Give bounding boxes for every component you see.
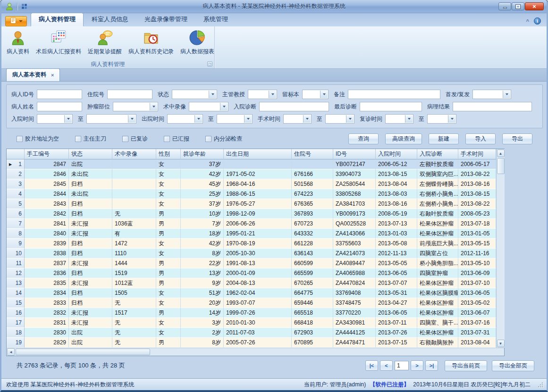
- scroll-up-icon[interactable]: ▲: [497, 150, 505, 157]
- grid-header-cell-2[interactable]: 状态: [69, 149, 112, 159]
- next-page-button[interactable]: >: [411, 360, 423, 371]
- dropdown-arrow-icon[interactable]: [503, 91, 510, 98]
- dropdown-arrow-icon[interactable]: [220, 103, 228, 110]
- checkbox-0[interactable]: 胶片地址为空: [17, 135, 59, 143]
- ribbon-button-3[interactable]: 病人资料历史记录: [125, 28, 177, 60]
- filter-combobox[interactable]: [167, 114, 203, 124]
- filter-combobox[interactable]: [283, 114, 312, 124]
- checkbox-icon[interactable]: [205, 136, 211, 142]
- grid-header-cell-0[interactable]: [7, 149, 25, 159]
- action-button-1[interactable]: 高级查询: [385, 133, 422, 144]
- ribbon-tab-2[interactable]: 光盘录像带管理: [136, 13, 195, 26]
- table-row[interactable]: 152833归档无女20岁1993-07-0765944633748475201…: [7, 298, 496, 308]
- software-registered-link[interactable]: 【软件已注册】: [370, 381, 409, 389]
- group-expand-icon[interactable]: ◳: [207, 61, 212, 67]
- dropdown-arrow-icon[interactable]: [244, 115, 252, 123]
- scroll-down-icon[interactable]: ▼: [497, 340, 505, 347]
- scroll-left-icon[interactable]: ◄: [7, 348, 15, 356]
- filter-combobox[interactable]: [86, 114, 136, 124]
- grid-header-cell-1[interactable]: 手工编号: [25, 149, 69, 159]
- table-row[interactable]: 82840未汇报有男18岁1995-01-21643332ZA414306620…: [7, 229, 496, 239]
- last-page-button[interactable]: >|: [425, 360, 438, 371]
- checkbox-icon[interactable]: [17, 136, 23, 142]
- filter-combobox[interactable]: [37, 114, 73, 124]
- grid-header-cell-5[interactable]: 就诊年龄: [181, 149, 224, 159]
- action-button-0[interactable]: 查询: [348, 133, 379, 144]
- ribbon-tab-1[interactable]: 科室人员信息: [84, 13, 136, 26]
- dropdown-arrow-icon[interactable]: [303, 115, 311, 123]
- page-number-input[interactable]: [395, 361, 409, 370]
- table-row[interactable]: ▶12847出院女37岁YB00721472006-05-12左额叶胶质瘤200…: [7, 159, 496, 169]
- close-button[interactable]: ×: [525, 2, 544, 10]
- grid-header-cell-10[interactable]: 入院诊断: [417, 149, 458, 159]
- dropdown-arrow-icon[interactable]: [448, 115, 455, 123]
- export-all-pages-button[interactable]: 导出全部页: [492, 360, 534, 371]
- filter-input[interactable]: [348, 90, 440, 99]
- grid-header-cell-7[interactable]: 住院号: [292, 149, 333, 159]
- grid-header-cell-11[interactable]: 手术时间: [458, 149, 496, 159]
- prev-page-button[interactable]: <: [380, 360, 393, 371]
- ribbon-button-0[interactable]: 病人资料: [3, 28, 33, 60]
- grid-header-cell-4[interactable]: 性别: [156, 149, 181, 159]
- filter-input[interactable]: [37, 90, 82, 99]
- dropdown-arrow-icon[interactable]: [128, 115, 135, 123]
- table-row[interactable]: 72841未汇报1036蓝男7岁2006-06-26670723QA002552…: [7, 219, 496, 229]
- resize-grip[interactable]: [537, 382, 543, 387]
- first-page-button[interactable]: |<: [365, 360, 378, 371]
- horizontal-scrollbar[interactable]: ◄: [7, 348, 504, 356]
- ribbon-button-1[interactable]: 术后病人汇报资料: [33, 28, 84, 60]
- table-row[interactable]: 112837未汇报1444男22岁1991-08-13660599ZA40894…: [7, 259, 496, 268]
- table-row[interactable]: 182830出院无女2岁2011-07-03672903ZA4444125201…: [7, 328, 496, 338]
- vertical-scroll-thumb[interactable]: [497, 158, 505, 174]
- dropdown-arrow-icon[interactable]: [64, 115, 72, 123]
- filter-input[interactable]: [360, 102, 422, 111]
- ribbon-button-2[interactable]: 近期复诊提醒: [84, 28, 125, 60]
- grid-header-cell-3[interactable]: 术中录像: [112, 149, 156, 159]
- filter-input[interactable]: [453, 102, 532, 111]
- vertical-scrollbar[interactable]: ▲ ▼: [496, 149, 505, 348]
- table-row[interactable]: 192829出院无男8岁2005-07-26670895ZA4478471201…: [7, 338, 496, 348]
- filter-combobox[interactable]: [113, 102, 158, 111]
- dropdown-arrow-icon[interactable]: [209, 91, 216, 98]
- table-row[interactable]: 172831未汇报无女3岁2010-01-30668418ZA343098120…: [7, 318, 496, 328]
- filter-combobox[interactable]: [302, 90, 329, 99]
- collapse-ribbon-icon[interactable]: ^: [526, 18, 529, 24]
- doc-tab-patient-basic-info[interactable]: 病人基本资料 ×: [6, 68, 60, 81]
- dropdown-arrow-icon[interactable]: [269, 91, 276, 98]
- checkbox-1[interactable]: 主任主刀: [75, 135, 106, 143]
- ribbon-tab-3[interactable]: 系统管理: [195, 13, 236, 26]
- export-current-page-button[interactable]: 导出当前页: [445, 360, 487, 371]
- grid-header-cell-9[interactable]: 入院时间: [376, 149, 417, 159]
- horizontal-scroll-thumb[interactable]: [16, 349, 150, 355]
- table-row[interactable]: 142834归档1505女51岁1962-02-0466477533769408…: [7, 288, 496, 298]
- checkbox-icon[interactable]: [164, 136, 170, 142]
- filter-input[interactable]: [259, 102, 329, 111]
- close-tab-icon[interactable]: ×: [51, 72, 54, 78]
- checkbox-3[interactable]: 已汇报: [164, 135, 189, 143]
- app-logo-icon[interactable]: [5, 2, 14, 11]
- filter-combobox[interactable]: [385, 114, 413, 124]
- filter-combobox[interactable]: [217, 114, 253, 124]
- action-button-2[interactable]: 新建: [429, 133, 459, 144]
- dropdown-arrow-icon[interactable]: [405, 115, 413, 123]
- filter-combobox[interactable]: [472, 90, 511, 99]
- checkbox-4[interactable]: 内分泌检查: [205, 135, 242, 143]
- table-row[interactable]: 122836归档1519男13岁2000-01-09665599ZA406598…: [7, 268, 496, 278]
- action-button-3[interactable]: 导入: [465, 133, 496, 144]
- dropdown-arrow-icon[interactable]: [346, 115, 354, 123]
- table-row[interactable]: 32845归档女45岁1968-04-16501568ZA25805442013…: [7, 179, 496, 189]
- filter-combobox[interactable]: [189, 102, 228, 111]
- filter-input[interactable]: [107, 90, 152, 99]
- filter-combobox[interactable]: [427, 114, 456, 124]
- table-row[interactable]: 52843归档女37岁1976-05-27676365ZA38417032013…: [7, 199, 496, 209]
- action-button-4[interactable]: 导出: [502, 133, 532, 144]
- table-row[interactable]: 22846未出院女42岁1971-05-02676166339040732013…: [7, 169, 496, 179]
- application-menu-button[interactable]: [5, 16, 27, 26]
- layout-blocks-icon[interactable]: [21, 3, 28, 10]
- filter-combobox[interactable]: [325, 114, 354, 124]
- minimize-button[interactable]: [498, 2, 511, 10]
- maximize-button[interactable]: [512, 2, 524, 10]
- table-row[interactable]: 62842归档无男10岁1998-12-09367893YB0099173200…: [7, 209, 496, 219]
- ribbon-tab-0[interactable]: 病人资料管理: [31, 13, 84, 26]
- table-row[interactable]: 42844未出院女25岁1988-06-15674223338052682013…: [7, 189, 496, 199]
